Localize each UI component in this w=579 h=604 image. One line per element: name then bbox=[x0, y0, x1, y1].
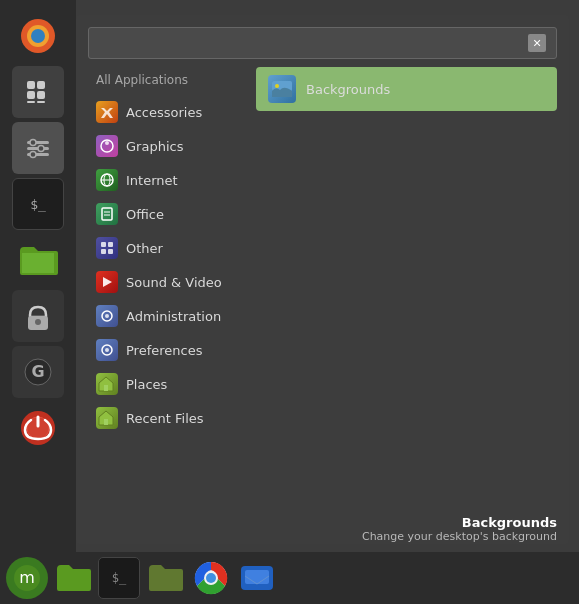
other-icon bbox=[96, 237, 118, 259]
category-item-office[interactable]: Office bbox=[88, 197, 248, 231]
svg-rect-5 bbox=[27, 91, 35, 99]
sidebar-icon-terminal[interactable]: $_ bbox=[12, 178, 64, 230]
category-item-recent[interactable]: Recent Files bbox=[88, 401, 248, 435]
sidebar-icon-files[interactable] bbox=[12, 234, 64, 286]
main-panel: Backgrounds ✕ All Applications Accessori… bbox=[76, 15, 569, 544]
category-item-graphics[interactable]: Graphics bbox=[88, 129, 248, 163]
soundvideo-icon bbox=[96, 271, 118, 293]
other-label: Other bbox=[126, 241, 163, 256]
svg-marker-33 bbox=[103, 277, 112, 287]
svg-point-35 bbox=[105, 314, 109, 318]
accessories-icon bbox=[96, 101, 118, 123]
administration-icon bbox=[96, 305, 118, 327]
sidebar-icon-grub[interactable]: G bbox=[12, 346, 64, 398]
sidebar-icon-lock[interactable] bbox=[12, 290, 64, 342]
svg-point-14 bbox=[30, 152, 36, 158]
recent-label: Recent Files bbox=[126, 411, 204, 426]
svg-rect-39 bbox=[104, 419, 108, 425]
taskbar-icon-mint[interactable]: m bbox=[6, 557, 48, 599]
preferences-label: Preferences bbox=[126, 343, 202, 358]
taskbar-icon-nemo2[interactable] bbox=[236, 557, 278, 599]
svg-point-42 bbox=[275, 84, 279, 88]
sidebar-icon-power[interactable] bbox=[12, 402, 64, 454]
svg-rect-32 bbox=[108, 249, 113, 254]
taskbar-icon-nemo[interactable] bbox=[144, 557, 186, 599]
all-apps-label: All Applications bbox=[88, 67, 248, 93]
svg-rect-3 bbox=[27, 81, 35, 89]
svg-rect-6 bbox=[37, 91, 45, 99]
backgrounds-result-label: Backgrounds bbox=[306, 82, 390, 97]
info-app-desc: Change your desktop's background bbox=[88, 530, 557, 543]
soundvideo-label: Sound & Video bbox=[126, 275, 222, 290]
info-app-name: Backgrounds bbox=[88, 515, 557, 530]
sidebar-icon-firefox[interactable] bbox=[12, 10, 64, 62]
preferences-icon bbox=[96, 339, 118, 361]
graphics-icon bbox=[96, 135, 118, 157]
category-item-accessories[interactable]: Accessories bbox=[88, 95, 248, 129]
categories-panel: All Applications Accessories Graphics In… bbox=[88, 67, 248, 526]
office-label: Office bbox=[126, 207, 164, 222]
category-item-soundvideo[interactable]: Sound & Video bbox=[88, 265, 248, 299]
internet-label: Internet bbox=[126, 173, 178, 188]
accessories-label: Accessories bbox=[126, 105, 202, 120]
svg-rect-30 bbox=[108, 242, 113, 247]
taskbar-icon-terminal[interactable]: $_ bbox=[98, 557, 140, 599]
sidebar: $_ G bbox=[0, 0, 76, 555]
svg-rect-26 bbox=[102, 208, 112, 220]
svg-rect-38 bbox=[104, 385, 108, 391]
places-icon bbox=[96, 373, 118, 395]
places-label: Places bbox=[126, 377, 167, 392]
category-item-places[interactable]: Places bbox=[88, 367, 248, 401]
recent-icon bbox=[96, 407, 118, 429]
svg-point-47 bbox=[206, 573, 216, 583]
svg-point-13 bbox=[38, 146, 44, 152]
info-bar: Backgrounds Change your desktop's backgr… bbox=[76, 509, 569, 549]
svg-point-37 bbox=[105, 348, 109, 352]
svg-point-16 bbox=[35, 319, 41, 325]
svg-rect-8 bbox=[37, 101, 45, 103]
internet-icon bbox=[96, 169, 118, 191]
svg-rect-29 bbox=[101, 242, 106, 247]
taskbar: m $_ bbox=[0, 552, 579, 604]
results-panel: Backgrounds bbox=[256, 67, 557, 526]
svg-point-12 bbox=[30, 140, 36, 146]
content-area: All Applications Accessories Graphics In… bbox=[88, 67, 557, 526]
svg-text:m: m bbox=[19, 568, 35, 587]
svg-point-22 bbox=[105, 141, 109, 145]
svg-rect-31 bbox=[101, 249, 106, 254]
administration-label: Administration bbox=[126, 309, 221, 324]
search-bar: Backgrounds ✕ bbox=[88, 27, 557, 59]
category-item-other[interactable]: Other bbox=[88, 231, 248, 265]
search-clear-button[interactable]: ✕ bbox=[528, 34, 546, 52]
category-item-internet[interactable]: Internet bbox=[88, 163, 248, 197]
svg-rect-7 bbox=[27, 101, 35, 103]
category-item-preferences[interactable]: Preferences bbox=[88, 333, 248, 367]
svg-rect-4 bbox=[37, 81, 45, 89]
sidebar-icon-grid[interactable] bbox=[12, 66, 64, 118]
svg-point-2 bbox=[31, 29, 45, 43]
graphics-label: Graphics bbox=[126, 139, 183, 154]
taskbar-icon-chrome[interactable] bbox=[190, 557, 232, 599]
category-item-administration[interactable]: Administration bbox=[88, 299, 248, 333]
taskbar-icon-files[interactable] bbox=[52, 557, 94, 599]
sidebar-icon-control[interactable] bbox=[12, 122, 64, 174]
search-input[interactable]: Backgrounds bbox=[99, 35, 528, 51]
result-item-backgrounds[interactable]: Backgrounds bbox=[256, 67, 557, 111]
svg-text:G: G bbox=[31, 362, 44, 381]
backgrounds-result-icon bbox=[268, 75, 296, 103]
office-icon bbox=[96, 203, 118, 225]
svg-rect-49 bbox=[245, 570, 269, 584]
